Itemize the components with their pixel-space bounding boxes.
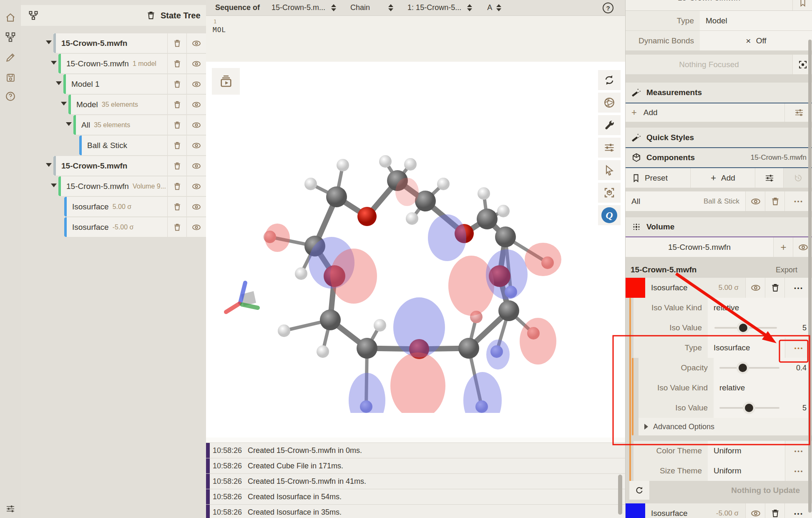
sequence-help-icon[interactable]: ? — [603, 3, 613, 13]
selection-mode-button[interactable] — [598, 160, 621, 180]
panel-scrollbar[interactable] — [808, 40, 812, 513]
tree-node-delete-button[interactable] — [167, 176, 187, 196]
screenshot-button[interactable] — [598, 93, 621, 113]
preset-button[interactable]: Preset — [626, 168, 690, 188]
components-header[interactable]: Components 15-Crown-5.mwfn — [626, 148, 812, 168]
log-scrollbar[interactable] — [618, 475, 622, 515]
volume-add-button[interactable]: + — [773, 237, 793, 257]
reset-camera-button[interactable] — [598, 70, 621, 90]
home-icon[interactable] — [4, 11, 17, 24]
tree-node-delete-button[interactable] — [167, 156, 187, 176]
slider-knob[interactable] — [737, 322, 749, 334]
tree-row[interactable]: Isosurface-5.00 σ — [21, 217, 206, 237]
tree-node[interactable]: 15-Crown-5.mwfn — [53, 156, 168, 176]
axes-gizmo[interactable] — [221, 279, 263, 314]
caret-down-icon[interactable] — [66, 122, 72, 126]
tree-row[interactable]: Isosurface5.00 σ — [21, 197, 206, 216]
tree-row[interactable]: Model35 elements — [21, 95, 206, 114]
tree-node-delete-button[interactable] — [167, 217, 187, 237]
draw-pencil-icon[interactable] — [4, 51, 17, 64]
component-options-button[interactable] — [755, 168, 784, 188]
param-slider[interactable]: 0.4 — [714, 358, 812, 378]
tree-node[interactable]: Isosurface5.00 σ — [64, 197, 168, 216]
caret-down-icon[interactable] — [46, 40, 52, 44]
tree-node[interactable]: 15-Crown-5.mwfnVolume 9... — [58, 176, 168, 196]
measurements-header[interactable]: Measurements — [626, 83, 812, 103]
isosurface-negative-row[interactable]: Isosurface -5.00 σ ••• — [626, 503, 812, 518]
isosurface-visibility-button[interactable] — [745, 278, 765, 298]
add-component-button[interactable]: + Add — [690, 168, 755, 188]
component-visibility-button[interactable] — [745, 191, 765, 211]
tree-node-delete-button[interactable] — [167, 115, 187, 135]
param-select[interactable]: Uniform — [708, 461, 785, 481]
tree-node-visibility-button[interactable] — [186, 136, 206, 155]
export-button[interactable]: Export — [776, 266, 797, 274]
slider-knob[interactable] — [737, 362, 749, 374]
entry-header-row[interactable]: 15-Crown-5.mwfn — [626, 0, 812, 11]
tree-node[interactable]: Model35 elements — [68, 95, 168, 114]
tree-node[interactable]: 15-Crown-5.mwfn — [53, 33, 168, 53]
sequence-residue[interactable]: MOL — [213, 26, 226, 34]
volume-header[interactable]: Volume — [626, 217, 812, 237]
tree-node[interactable]: 15-Crown-5.mwfn1 model — [58, 54, 168, 73]
sequence-view[interactable]: 1 MOL — [206, 16, 625, 62]
quick-styles-header[interactable]: Quick Styles — [626, 128, 812, 148]
tree-node-delete-button[interactable] — [167, 197, 187, 216]
tree-node-delete-button[interactable] — [167, 95, 187, 114]
tree-node-visibility-button[interactable] — [186, 156, 206, 176]
undo-history-button[interactable] — [783, 168, 812, 188]
tree-row[interactable]: 15-Crown-5.mwfn — [21, 33, 206, 53]
volume-source[interactable]: 15-Crown-5.mwfn — [626, 237, 773, 257]
isosurface-positive-row[interactable]: Isosurface 5.00 σ ••• — [626, 278, 812, 298]
param-slider[interactable]: 5 — [714, 398, 812, 418]
tree-row[interactable]: Ball & Stick — [21, 136, 206, 155]
refresh-button[interactable] — [629, 481, 649, 500]
settings-sliders-icon[interactable] — [4, 502, 17, 515]
caret-down-icon[interactable] — [46, 163, 52, 167]
animation-state-button[interactable] — [212, 68, 240, 95]
tree-node-delete-button[interactable] — [167, 74, 187, 94]
tree-node-visibility-button[interactable] — [186, 217, 206, 237]
color-swatch[interactable] — [626, 278, 645, 298]
slider-knob[interactable] — [743, 402, 755, 414]
tree-node-visibility-button[interactable] — [186, 54, 206, 73]
molecule-render[interactable] — [246, 113, 580, 413]
tree-row[interactable]: All35 elements — [21, 115, 206, 135]
tree-node[interactable]: Isosurface-5.00 σ — [64, 217, 168, 237]
tree-node-delete-button[interactable] — [167, 54, 187, 73]
sequence-chain-select[interactable]: Chain — [350, 3, 393, 12]
color-swatch[interactable] — [626, 503, 645, 518]
tree-node[interactable]: Ball & Stick — [79, 136, 168, 155]
mvs-button[interactable]: Q — [598, 205, 621, 225]
dynamic-bonds-toggle[interactable]: × Off — [700, 31, 812, 50]
tree-node[interactable]: All35 elements — [73, 115, 168, 135]
bookmark-icon[interactable] — [798, 0, 807, 7]
param-select[interactable]: relative — [714, 378, 812, 398]
sequence-entity-select[interactable]: 15-Crown-5.m... — [272, 3, 336, 12]
tree-row[interactable]: 15-Crown-5.mwfnVolume 9... — [21, 176, 206, 196]
state-tree-icon[interactable] — [4, 30, 17, 44]
save-floppy-icon[interactable] — [4, 71, 17, 84]
component-all-row[interactable]: All Ball & Stick ••• — [626, 191, 812, 211]
param-slider[interactable]: 5 — [708, 318, 812, 338]
sequence-model-select[interactable]: A — [487, 3, 501, 12]
tree-node[interactable]: Model 1 — [63, 74, 168, 94]
param-select[interactable]: Uniform — [708, 441, 785, 461]
tree-node-visibility-button[interactable] — [186, 33, 206, 53]
tree-node-delete-button[interactable] — [167, 136, 187, 155]
tree-node-visibility-button[interactable] — [186, 197, 206, 216]
tree-node-visibility-button[interactable] — [186, 95, 206, 114]
tree-node-visibility-button[interactable] — [186, 74, 206, 94]
param-select[interactable]: relative — [708, 298, 812, 318]
add-measurement-button[interactable]: + Add — [626, 103, 784, 122]
tree-row[interactable]: 15-Crown-5.mwfn1 model — [21, 54, 206, 73]
clear-tree-trash-icon[interactable] — [146, 10, 156, 20]
param-select[interactable]: Isosurface — [708, 338, 785, 358]
caret-down-icon[interactable] — [51, 184, 57, 187]
isosurface-visibility-button[interactable] — [745, 503, 765, 518]
tree-row[interactable]: Model 1 — [21, 74, 206, 94]
focus-object-button[interactable] — [598, 183, 621, 203]
caret-down-icon[interactable] — [61, 102, 67, 106]
isosurface-delete-button[interactable] — [765, 503, 785, 518]
component-delete-button[interactable] — [765, 191, 785, 211]
